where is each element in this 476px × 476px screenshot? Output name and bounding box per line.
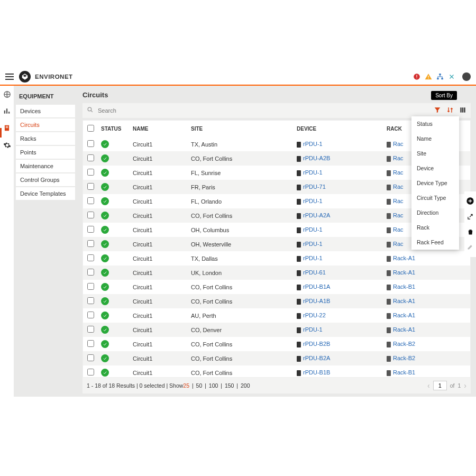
device-link[interactable]: rPDU-1: [303, 226, 323, 233]
sort-option-status[interactable]: Status: [411, 116, 459, 131]
device-link[interactable]: rPDU-B1A: [303, 283, 330, 290]
columns-icon[interactable]: [459, 106, 466, 115]
row-checkbox[interactable]: [87, 169, 94, 176]
sort-icon[interactable]: [446, 106, 454, 115]
row-checkbox[interactable]: [87, 240, 94, 247]
select-all-checkbox[interactable]: [87, 125, 94, 132]
page-size-option[interactable]: 50: [196, 382, 203, 389]
table-row[interactable]: Circuit1CO, Fort CollinsrPDU-B2ARack-B2: [83, 351, 470, 365]
row-checkbox[interactable]: [87, 354, 94, 361]
menu-toggle[interactable]: [5, 74, 14, 80]
rack-link[interactable]: Rack-A1: [393, 269, 415, 276]
table-row[interactable]: Circuit1TX, DallasrPDU-1Rack-A1: [83, 251, 470, 266]
device-link[interactable]: rPDU-1: [303, 241, 323, 247]
row-checkbox[interactable]: [87, 183, 94, 190]
device-link[interactable]: rPDU-1: [303, 255, 323, 261]
row-checkbox[interactable]: [87, 154, 94, 161]
rack-link[interactable]: Rac: [393, 226, 404, 233]
prev-page-icon[interactable]: ‹: [427, 381, 430, 390]
sort-option-device[interactable]: Device: [411, 161, 459, 176]
sidebar-item-circuits[interactable]: Circuits: [16, 118, 75, 131]
next-page-icon[interactable]: ›: [464, 381, 466, 390]
row-checkbox[interactable]: [87, 226, 94, 233]
rack-link[interactable]: Rac: [393, 155, 404, 161]
delete-icon[interactable]: [467, 228, 474, 237]
search-input[interactable]: [98, 107, 429, 114]
rack-link[interactable]: Rac: [393, 184, 404, 190]
rack-link[interactable]: Rac: [393, 169, 404, 176]
sidebar-item-devices[interactable]: Devices: [16, 105, 75, 117]
export-icon[interactable]: [466, 213, 474, 222]
hierarchy-icon[interactable]: [436, 72, 444, 81]
tools-icon[interactable]: [447, 72, 456, 81]
sort-option-name[interactable]: Name: [411, 131, 459, 146]
rack-link[interactable]: Rac: [393, 141, 404, 147]
sidebar-item-points[interactable]: Points: [16, 146, 75, 159]
row-checkbox[interactable]: [87, 254, 94, 261]
rack-link[interactable]: Rack-B2: [393, 355, 415, 361]
row-checkbox[interactable]: [87, 340, 94, 347]
table-row[interactable]: Circuit1CO, DenverrPDU-1Rack-A1: [83, 323, 470, 337]
device-link[interactable]: rPDU-1: [303, 326, 323, 333]
device-link[interactable]: rPDU-1: [303, 141, 323, 147]
filter-icon[interactable]: [434, 106, 441, 115]
user-avatar-icon[interactable]: [462, 72, 471, 81]
page-size-option[interactable]: 150: [225, 382, 234, 389]
table-row[interactable]: Circuit1CO, Fort CollinsrPDU-B1ARack-B1: [83, 280, 470, 294]
column-header[interactable]: STATUS: [98, 121, 130, 137]
sort-option-site[interactable]: Site: [411, 146, 459, 161]
sort-option-circuit-type[interactable]: Circuit Type: [411, 190, 459, 205]
row-checkbox[interactable]: [87, 212, 94, 218]
row-checkbox[interactable]: [87, 269, 94, 276]
device-link[interactable]: rPDU-A1B: [303, 298, 330, 304]
device-link[interactable]: rPDU-22: [303, 312, 326, 318]
sidebar-item-control-groups[interactable]: Control Groups: [16, 173, 75, 186]
device-link[interactable]: rPDU-B2B: [303, 341, 330, 347]
device-link[interactable]: rPDU-1: [303, 198, 323, 204]
row-checkbox[interactable]: [87, 140, 94, 147]
rack-link[interactable]: Rack-A1: [393, 298, 415, 304]
table-row[interactable]: Circuit1CO, Fort CollinsrPDU-B1BRack-B1: [83, 365, 470, 378]
rail-equipment-icon[interactable]: [3, 124, 11, 132]
row-checkbox[interactable]: [87, 297, 94, 304]
table-row[interactable]: Circuit1CO, Fort CollinsrPDU-B2BRack-B2: [83, 337, 470, 351]
edit-icon[interactable]: [467, 243, 474, 252]
sidebar-item-racks[interactable]: Racks: [16, 132, 75, 145]
device-link[interactable]: rPDU-A2A: [303, 212, 330, 218]
table-row[interactable]: Circuit1AU, PerthrPDU-22Rack-A1: [83, 308, 470, 323]
rack-link[interactable]: Rac: [393, 241, 404, 247]
table-row[interactable]: Circuit1CO, Fort CollinsrPDU-A1BRack-A1: [83, 294, 470, 308]
rack-link[interactable]: Rack-B1: [393, 369, 415, 376]
alert-warning-icon[interactable]: [424, 72, 433, 81]
add-icon[interactable]: [466, 197, 474, 207]
column-header[interactable]: NAME: [130, 121, 188, 137]
rack-link[interactable]: Rack-A1: [393, 326, 415, 333]
sort-option-direction[interactable]: Direction: [411, 205, 459, 220]
row-checkbox[interactable]: [87, 197, 94, 204]
sidebar-item-device-templates[interactable]: Device Templates: [16, 187, 75, 200]
rack-link[interactable]: Rack-B2: [393, 341, 415, 347]
device-link[interactable]: rPDU-B1B: [303, 369, 330, 376]
rack-link[interactable]: Rack-A1: [393, 255, 415, 261]
row-checkbox[interactable]: [87, 326, 94, 333]
rail-settings-icon[interactable]: [3, 141, 11, 149]
device-link[interactable]: rPDU-B2A: [303, 355, 330, 361]
row-checkbox[interactable]: [87, 369, 94, 376]
rail-dashboard-icon[interactable]: [3, 107, 11, 115]
rack-link[interactable]: Rac: [393, 198, 404, 204]
row-checkbox[interactable]: [87, 312, 94, 318]
device-link[interactable]: rPDU-61: [303, 269, 326, 276]
sort-option-device-type[interactable]: Device Type: [411, 176, 459, 190]
column-header[interactable]: SITE: [188, 121, 294, 137]
row-checkbox[interactable]: [87, 283, 94, 290]
device-link[interactable]: rPDU-1: [303, 169, 323, 176]
table-row[interactable]: Circuit1UK, LondonrPDU-61Rack-A1: [83, 266, 470, 280]
device-link[interactable]: rPDU-A2B: [303, 155, 330, 161]
sort-option-rack[interactable]: Rack: [411, 220, 459, 235]
column-header[interactable]: DEVICE: [294, 121, 383, 137]
sidebar-item-maintenance[interactable]: Maintenance: [16, 160, 75, 172]
device-link[interactable]: rPDU-71: [303, 184, 326, 190]
alert-critical-icon[interactable]: [413, 72, 421, 81]
page-size-option[interactable]: 25: [183, 382, 189, 389]
page-size-option[interactable]: 200: [241, 382, 250, 389]
